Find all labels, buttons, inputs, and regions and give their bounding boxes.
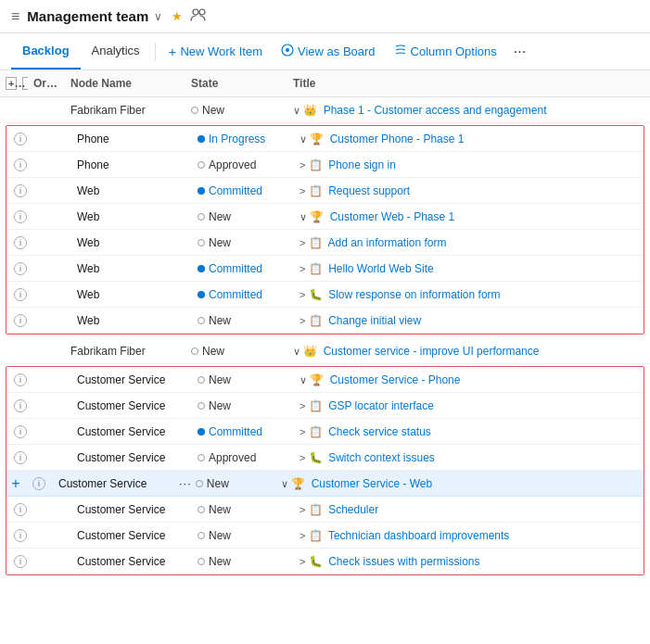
table-header: + ▦ Order Node Name State Title	[0, 70, 650, 97]
state: New	[192, 397, 294, 415]
title-cell: > 📋 GSP locator interface	[294, 397, 644, 415]
s2-title: ∨ 👑 Customer service - improve UI perfor…	[287, 342, 650, 360]
info-icon[interactable]: i	[14, 210, 27, 223]
info-icon[interactable]: i	[14, 288, 27, 301]
view-as-board-button[interactable]: View as Board	[272, 40, 385, 63]
crown-icon: 👑	[303, 104, 317, 117]
title-cell: ∨ 🏆 Customer Phone - Phase 1	[294, 130, 644, 148]
title-cell: > 🐛 Slow response on information form	[294, 285, 644, 304]
task-icon: 📋	[309, 399, 323, 412]
state: In Progress	[192, 130, 294, 148]
top-bar: ≡ Management team ∨ ★	[0, 0, 650, 33]
table-row: i Customer Service New > 📋 Technician da…	[6, 523, 644, 549]
task-icon: 📋	[309, 425, 323, 438]
info-icon[interactable]: i	[14, 158, 27, 171]
new-work-item-button[interactable]: + New Work Item	[159, 40, 272, 63]
node-name: Web	[71, 259, 192, 278]
node-name: Customer Service	[53, 474, 173, 493]
node-name: Customer Service	[71, 371, 192, 389]
star-icon[interactable]: ★	[172, 9, 183, 23]
person-icon[interactable]	[190, 7, 207, 25]
state: Approved	[192, 156, 294, 174]
col-state: State	[185, 74, 287, 93]
table-row: i Customer Service Approved > 🐛 Switch c…	[6, 445, 644, 471]
info-icon[interactable]: i	[14, 133, 27, 145]
node-name: Web	[71, 234, 192, 252]
nav-separator	[155, 43, 156, 61]
nav-bar: Backlog Analytics + New Work Item View a…	[0, 33, 650, 70]
state: New	[192, 500, 294, 519]
task-icon: 📋	[309, 503, 323, 516]
state: New	[192, 526, 294, 545]
info-icon[interactable]: i	[14, 451, 27, 464]
state: New	[192, 552, 294, 571]
node-name: Phone	[71, 156, 192, 174]
title-cell: > 🐛 Switch context issues	[294, 448, 644, 467]
node-name: Phone	[71, 130, 192, 148]
svg-point-0	[193, 9, 198, 15]
column-options-button[interactable]: Column Options	[385, 40, 506, 63]
crown-icon: 👑	[303, 345, 317, 358]
info-icon[interactable]: i	[14, 236, 27, 249]
col-expand: + ▦	[0, 74, 28, 93]
s1-state: New	[185, 101, 287, 120]
table-row: i Phone Approved > 📋 Phone sign in	[6, 152, 644, 178]
add-row-button[interactable]: +	[11, 475, 19, 492]
node-name: Customer Service	[71, 500, 192, 519]
plus-icon: +	[169, 44, 177, 59]
more-button[interactable]: ···	[506, 40, 533, 64]
task-icon: 📋	[309, 314, 323, 327]
caret-icon[interactable]: ∨	[154, 10, 162, 23]
table-row: + i Customer Service ··· New ∨ 🏆 Custome…	[6, 471, 644, 497]
task-icon: 📋	[309, 529, 323, 542]
info-icon[interactable]: i	[14, 373, 27, 386]
menu-icon: ≡	[11, 8, 19, 25]
table-row: i Web New > 📋 Change initial view	[6, 308, 644, 334]
table-row: i Web New ∨ 🏆 Customer Web - Phase 1	[6, 204, 644, 230]
svg-point-3	[286, 48, 289, 52]
info-icon[interactable]: i	[14, 555, 27, 568]
node-name: Customer Service	[71, 423, 192, 441]
title-cell: ∨ 🏆 Customer Web - Phase 1	[294, 208, 644, 226]
bug-icon: 🐛	[309, 288, 323, 301]
s1-title: ∨ 👑 Phase 1 - Customer access and engage…	[287, 101, 650, 120]
title-cell: > 📋 Scheduler	[294, 500, 644, 519]
table-row: i Customer Service New > 🐛 Check issues …	[6, 549, 644, 575]
col-order: Order	[28, 74, 65, 93]
info-icon[interactable]: i	[14, 399, 27, 412]
info-icon[interactable]: i	[14, 184, 27, 197]
state: New	[192, 371, 294, 389]
title-cell: > 📋 Phone sign in	[294, 156, 644, 174]
info-icon[interactable]: i	[14, 314, 27, 327]
task-icon: 📋	[309, 262, 323, 275]
info-icon[interactable]: i	[14, 262, 27, 275]
tab-analytics[interactable]: Analytics	[81, 33, 151, 69]
node-name: Web	[71, 208, 192, 226]
task-icon: 📋	[309, 184, 323, 197]
state: New	[192, 234, 294, 252]
node-name: Web	[71, 311, 192, 330]
table-row: i Phone In Progress ∨ 🏆 Customer Phone -…	[6, 126, 644, 152]
state: Approved	[192, 448, 294, 467]
task-icon: 📋	[309, 236, 323, 249]
section2-group: i Customer Service New ∨ 🏆 Customer Serv…	[6, 366, 644, 575]
title-cell: > 📋 Request support	[294, 182, 644, 200]
trophy-icon: 🏆	[310, 133, 324, 145]
info-icon[interactable]: i	[32, 477, 45, 490]
info-icon[interactable]: i	[14, 529, 27, 542]
trophy-icon: 🏆	[291, 477, 305, 490]
bug-icon: 🐛	[309, 555, 323, 568]
info-icon[interactable]: i	[14, 425, 27, 438]
row-context-menu[interactable]: ···	[179, 476, 192, 490]
title-cell: > 📋 Technician dashboard improvements	[294, 526, 644, 545]
s2-state: New	[185, 342, 287, 360]
title-cell: > 🐛 Check issues with permissions	[294, 552, 644, 571]
title-cell: > 📋 Check service status	[294, 423, 644, 441]
info-icon[interactable]: i	[14, 503, 27, 516]
tab-backlog[interactable]: Backlog	[11, 33, 81, 69]
title-cell: ∨ 🏆 Customer Service - Phone	[294, 371, 644, 389]
col-node-name: Node Name	[65, 74, 185, 93]
node-name: Web	[71, 285, 192, 304]
table-row: i Web Committed > 📋 Request support	[6, 178, 644, 204]
bug-icon: 🐛	[309, 451, 323, 464]
